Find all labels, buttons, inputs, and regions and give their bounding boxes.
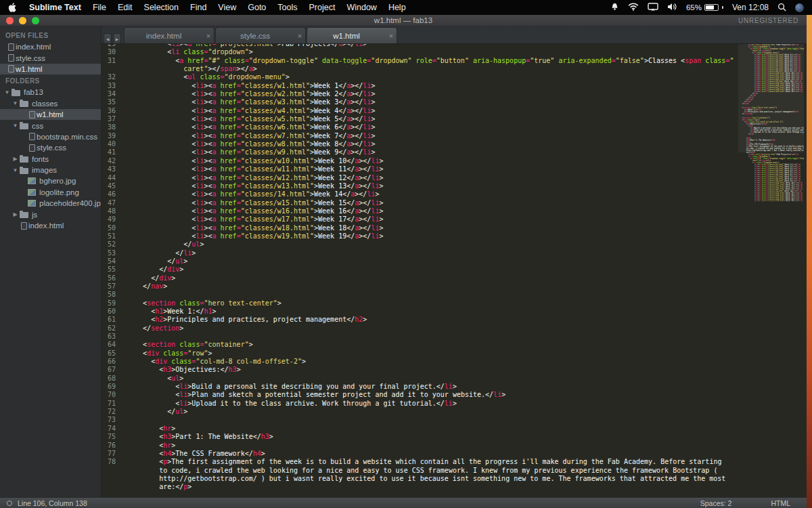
indentation-button[interactable]: Spaces: 2 [700, 499, 732, 507]
wifi-icon[interactable] [628, 3, 639, 12]
code-line-62[interactable]: 62 </section> [102, 324, 807, 333]
code-line-wrap[interactable]: http://getbootstrap.com/ ) but i wasnt r… [102, 475, 807, 483]
menu-clock[interactable]: Ven 12:08 [732, 3, 769, 12]
code-line-34[interactable]: 34 <li><a href="classes/w2.html">Week 2<… [102, 90, 807, 98]
code-line-65[interactable]: 65 <div class="row"> [102, 350, 807, 358]
tree-item-classes[interactable]: ▼classes [0, 98, 101, 109]
code-line-76[interactable]: 76 <hr> [102, 442, 807, 450]
tree-item-logolite.png[interactable]: logolite.png [0, 187, 101, 198]
code-line-42[interactable]: 42 <li><a href="classes/w10.html">Week 1… [102, 157, 807, 165]
code-line-58[interactable]: 58 [102, 291, 807, 299]
disclosure-triangle-icon[interactable]: ▼ [11, 100, 20, 106]
code-line-32[interactable]: 32 <ul class="dropdown-menu"> [102, 73, 807, 81]
code-line-69[interactable]: 69 <li>Build a personal site describing … [102, 383, 807, 391]
tree-item-w1.html[interactable]: w1.html [0, 109, 101, 120]
volume-icon[interactable] [667, 3, 677, 12]
title-bar[interactable]: w1.html — fab13 UNREGISTERED [0, 15, 807, 26]
menu-help[interactable]: Help [388, 3, 406, 12]
code-line-70[interactable]: 70 <li>Plan and sketch a potential semes… [102, 391, 807, 399]
tree-item-placeholder400.jpg[interactable]: placeholder400.jpg [0, 198, 101, 209]
minimap-viewport[interactable] [738, 44, 804, 152]
code-line-67[interactable]: 67 <h3>Objectives:</h3> [102, 366, 807, 374]
menu-window[interactable]: Window [346, 3, 376, 12]
tree-item-css[interactable]: ▼css [0, 120, 101, 131]
menu-file[interactable]: File [93, 3, 106, 12]
code-line-wrap[interactable]: are:</p> [102, 483, 807, 491]
disclosure-triangle-icon[interactable]: ▼ [3, 89, 12, 96]
code-line-73[interactable]: 73 [102, 416, 807, 424]
tree-item-fab13[interactable]: ▼fab13 [0, 87, 101, 98]
spotlight-search-icon[interactable] [777, 3, 786, 13]
code-line-77[interactable]: 77 <h4>The CSS Framework</h4> [102, 450, 807, 458]
tab-scroll-right-icon[interactable]: ▶ [113, 33, 121, 43]
code-line-35[interactable]: 35 <li><a href="classes/w3.html">Week 3<… [102, 98, 807, 106]
code-line-31[interactable]: 31 <a href="#" class="dropdown-toggle" d… [102, 57, 807, 65]
disclosure-triangle-icon[interactable]: ▶ [11, 211, 20, 217]
tree-item-images[interactable]: ▼images [0, 165, 101, 175]
code-line-56[interactable]: 56 </div> [102, 274, 807, 282]
code-editor[interactable]: 29 <li><a href="projects.html">Fab Proje… [102, 44, 807, 497]
battery-indicator[interactable]: 65% [686, 3, 723, 12]
code-line-75[interactable]: 75 <h3>Part 1: The Website</h3> [102, 433, 807, 441]
code-line-63[interactable]: 63 [102, 333, 807, 341]
code-line-78[interactable]: 78 <p>The first assignment of the week i… [102, 458, 807, 466]
tab-close-icon[interactable]: × [386, 32, 397, 40]
code-line-46[interactable]: 46 <li><a href="classes/14.html">Week 14… [102, 190, 807, 198]
notification-bell-icon[interactable] [610, 3, 619, 13]
code-line-51[interactable]: 51 <li><a href="classes/w19.html">Week 1… [102, 232, 807, 240]
apple-menu-icon[interactable] [8, 3, 16, 12]
code-line-38[interactable]: 38 <li><a href="classes/w6.html">Week 6<… [102, 123, 807, 131]
tab-style.css[interactable]: style.css× [215, 27, 306, 43]
code-line-wrap[interactable]: caret"></span></a> [102, 65, 807, 73]
tab-w1.html[interactable]: w1.html× [307, 27, 397, 43]
code-line-41[interactable]: 41 <li><a href="classes/w9.html">Week 9<… [102, 148, 807, 156]
code-line-45[interactable]: 45 <li><a href="classes/w13.html">Week 1… [102, 182, 807, 190]
disclosure-triangle-icon[interactable]: ▼ [11, 123, 20, 129]
tab-close-icon[interactable]: × [203, 32, 214, 40]
code-line-60[interactable]: 60 <h1>Week 1:</h1> [102, 308, 807, 316]
code-line-47[interactable]: 47 <li><a href="classes/w15.html">Week 1… [102, 199, 807, 207]
code-line-48[interactable]: 48 <li><a href="classes/w16.html">Week 1… [102, 207, 807, 215]
code-line-30[interactable]: 30 <li class="dropdown"> [102, 48, 807, 56]
menu-project[interactable]: Project [309, 3, 336, 12]
code-line-36[interactable]: 36 <li><a href="classes/w4.html">Week 4<… [102, 107, 807, 115]
tree-item-js[interactable]: ▶js [0, 209, 101, 219]
menu-tools[interactable]: Tools [277, 3, 297, 12]
code-line-39[interactable]: 39 <li><a href="classes/w7.html">Week 7<… [102, 132, 807, 140]
code-line-61[interactable]: 61 <h2>Principles and practices, project… [102, 316, 807, 324]
menu-app-name[interactable]: Sublime Text [29, 3, 81, 12]
open-file-style.css[interactable]: style.css [0, 52, 101, 63]
code-line-71[interactable]: 71 <li>Upload it to the class archive. W… [102, 400, 807, 408]
display-mirroring-icon[interactable] [648, 3, 658, 12]
tree-item-index.html[interactable]: index.html [0, 220, 101, 231]
open-file-w1.html[interactable]: w1.html [0, 64, 101, 75]
code-line-wrap[interactable]: to code, i crawled the web looking for a… [102, 467, 807, 475]
code-line-33[interactable]: 33 <li><a href="classes/w1.html">Week 1<… [102, 82, 807, 90]
menu-find[interactable]: Find [190, 3, 206, 12]
code-line-57[interactable]: 57 </nav> [102, 282, 807, 291]
code-line-68[interactable]: 68 <ul> [102, 375, 807, 383]
code-line-43[interactable]: 43 <li><a href="classes/w11.html">Week 1… [102, 165, 807, 173]
code-line-53[interactable]: 53 </li> [102, 249, 807, 257]
code-line-66[interactable]: 66 <div class="col-md-8 col-md-offset-2"… [102, 358, 807, 366]
menu-view[interactable]: View [218, 3, 236, 12]
tab-scroll-left-icon[interactable]: ◀ [104, 33, 112, 43]
status-menu-icon[interactable] [7, 501, 12, 506]
code-line-72[interactable]: 72 </ul> [102, 408, 807, 416]
code-line-74[interactable]: 74 <hr> [102, 425, 807, 433]
code-line-59[interactable]: 59 <section class="hero text-center"> [102, 299, 807, 308]
disclosure-triangle-icon[interactable]: ▼ [11, 167, 20, 173]
code-line-64[interactable]: 64 <section class="container"> [102, 341, 807, 349]
code-line-55[interactable]: 55 </div> [102, 266, 807, 274]
code-line-40[interactable]: 40 <li><a href="classes/w8.html">Week 8<… [102, 140, 807, 148]
code-line-52[interactable]: 52 </ul> [102, 240, 807, 249]
tab-close-icon[interactable]: × [294, 32, 305, 40]
minimap[interactable]: <li><a href="projects.html">Fab Projects… [738, 44, 804, 201]
code-line-49[interactable]: 49 <li><a href="classes/w17.html">Week 1… [102, 215, 807, 224]
tree-item-fonts[interactable]: ▶fonts [0, 154, 101, 165]
tab-index.html[interactable]: index.html× [124, 27, 215, 43]
code-line-44[interactable]: 44 <li><a href="classes/w12.html">Week 1… [102, 174, 807, 182]
menu-selection[interactable]: Selection [144, 3, 179, 12]
code-line-54[interactable]: 54 </ul> [102, 257, 807, 266]
siri-icon[interactable] [795, 3, 804, 12]
